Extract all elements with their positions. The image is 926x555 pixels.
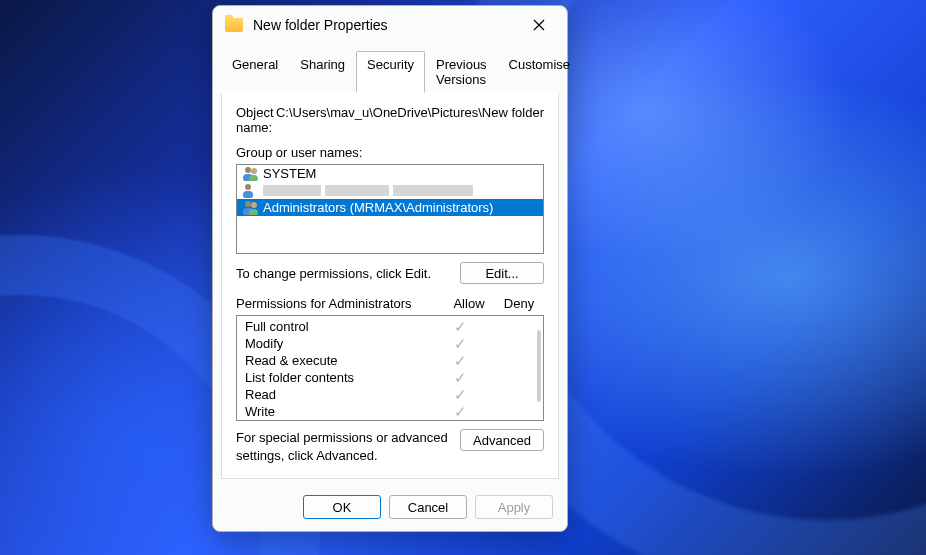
perm-row[interactable]: Full control ✓ (237, 318, 543, 335)
perm-row[interactable]: Modify ✓ (237, 335, 543, 352)
permissions-list: Full control ✓ Modify ✓ Read & execute ✓… (237, 316, 543, 422)
allow-check-icon: ✓ (435, 370, 485, 385)
tab-general[interactable]: General (221, 51, 289, 93)
user-row-redacted[interactable] (237, 182, 543, 199)
perm-name: Write (245, 404, 435, 419)
perm-row[interactable]: Write ✓ (237, 403, 543, 420)
apply-button: Apply (475, 495, 553, 519)
scrollbar-thumb[interactable] (537, 330, 541, 402)
object-name-label: Object name: (236, 105, 276, 135)
allow-check-icon: ✓ (435, 404, 485, 419)
advanced-button[interactable]: Advanced (460, 429, 544, 451)
perm-name: Modify (245, 336, 435, 351)
ok-button[interactable]: OK (303, 495, 381, 519)
user-name: Administrators (MRMAX\Administrators) (263, 200, 493, 215)
tab-sharing[interactable]: Sharing (289, 51, 356, 93)
perm-name: Full control (245, 319, 435, 334)
user-row-system[interactable]: SYSTEM (237, 165, 543, 182)
allow-check-icon: ✓ (435, 319, 485, 334)
cancel-button[interactable]: Cancel (389, 495, 467, 519)
perm-row[interactable]: List folder contents ✓ (237, 369, 543, 386)
advanced-row: For special permissions or advanced sett… (236, 429, 544, 464)
permissions-for-label: Permissions for Administrators (236, 296, 444, 311)
advanced-hint-text: For special permissions or advanced sett… (236, 429, 452, 464)
tab-strip: General Sharing Security Previous Versio… (213, 50, 567, 93)
deny-column-header: Deny (494, 296, 544, 311)
permissions-header: Permissions for Administrators Allow Den… (236, 296, 544, 311)
permissions-listbox[interactable]: Full control ✓ Modify ✓ Read & execute ✓… (236, 315, 544, 421)
perm-name: List folder contents (245, 370, 435, 385)
perm-row[interactable]: Read ✓ (237, 386, 543, 403)
perm-row[interactable]: Read & execute ✓ (237, 352, 543, 369)
allow-check-icon: ✓ (435, 353, 485, 368)
properties-dialog: New folder Properties General Sharing Se… (212, 5, 568, 532)
edit-button[interactable]: Edit... (460, 262, 544, 284)
users-group-icon (243, 167, 259, 181)
close-button[interactable] (519, 10, 559, 40)
object-name-value: C:\Users\mav_u\OneDrive\Pictures\New fol… (276, 105, 544, 135)
dialog-button-row: OK Cancel Apply (213, 487, 567, 531)
perm-name: Read (245, 387, 435, 402)
user-icon (243, 184, 259, 198)
perm-name: Read & execute (245, 353, 435, 368)
tab-previous-versions[interactable]: Previous Versions (425, 51, 498, 93)
users-group-icon (243, 201, 259, 215)
user-name: SYSTEM (263, 166, 316, 181)
titlebar[interactable]: New folder Properties (213, 6, 567, 44)
edit-row: To change permissions, click Edit. Edit.… (236, 262, 544, 284)
redacted-segment (393, 185, 473, 196)
close-icon (533, 19, 545, 31)
object-name-row: Object name: C:\Users\mav_u\OneDrive\Pic… (236, 105, 544, 135)
tab-customise[interactable]: Customise (498, 51, 581, 93)
user-row-administrators[interactable]: Administrators (MRMAX\Administrators) (237, 199, 543, 216)
allow-check-icon: ✓ (435, 336, 485, 351)
window-title: New folder Properties (253, 17, 388, 33)
group-user-listbox[interactable]: SYSTEM Administrators (MRMAX\Administrat… (236, 164, 544, 254)
redacted-segment (325, 185, 389, 196)
security-panel: Object name: C:\Users\mav_u\OneDrive\Pic… (221, 93, 559, 479)
allow-check-icon: ✓ (435, 387, 485, 402)
tab-security[interactable]: Security (356, 51, 425, 93)
edit-hint-text: To change permissions, click Edit. (236, 266, 460, 281)
folder-icon (225, 18, 243, 32)
group-user-label: Group or user names: (236, 145, 544, 160)
redacted-segment (263, 185, 321, 196)
allow-column-header: Allow (444, 296, 494, 311)
